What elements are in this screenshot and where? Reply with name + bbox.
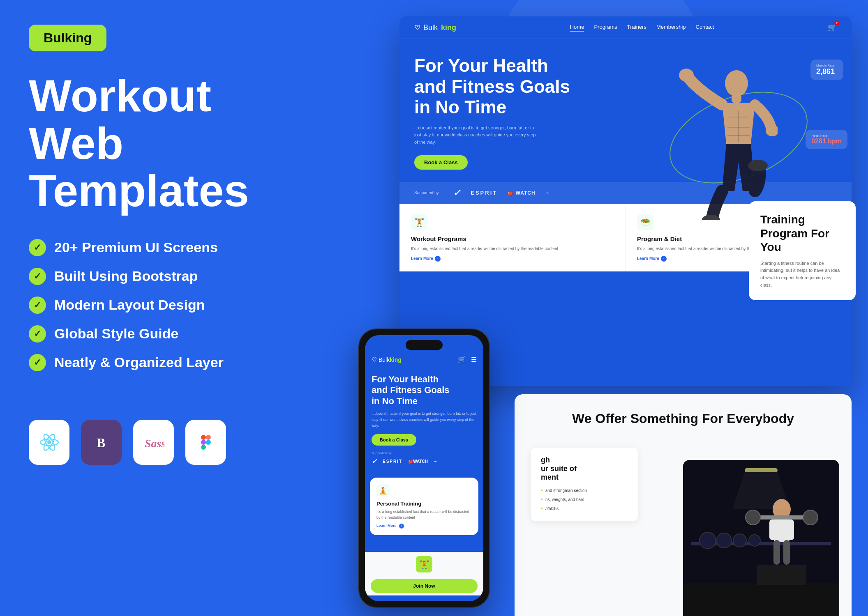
- svg-rect-34: [753, 515, 810, 519]
- phone-bottom: 🏋️ Join Now: [365, 552, 483, 601]
- phone-card-title: Personal Training: [376, 501, 472, 507]
- nav-contact[interactable]: Contact: [696, 24, 714, 32]
- phone-partial-content: 🏋️: [365, 552, 483, 577]
- site-hero: For Your Healthand Fitness Goalsin No Ti…: [399, 39, 852, 182]
- tech-icons: B Sass: [29, 420, 226, 465]
- svg-point-11: [206, 440, 211, 445]
- right-panel: ♡ Bulkking Home Programs Trainers Member…: [243, 0, 868, 616]
- nike-logo: ✓: [453, 188, 461, 198]
- svg-point-36: [803, 510, 818, 525]
- phone-learn-dot: ›: [399, 524, 404, 529]
- svg-point-25: [717, 533, 732, 548]
- phone-logo: ♡ Bulkking: [372, 356, 402, 363]
- strength-list: •and strongman section •ns, weights, and…: [541, 486, 628, 513]
- check-icon: ✓: [29, 239, 46, 256]
- list-item: ✓ Global Style Guide: [29, 325, 226, 342]
- nav-programs[interactable]: Programs: [594, 24, 617, 32]
- workout-learn-more[interactable]: Learn More ›: [411, 256, 614, 262]
- hero-title: For Your Healthand Fitness Goalsin No Ti…: [414, 55, 570, 118]
- nav-membership[interactable]: Membership: [656, 24, 686, 32]
- hero-cta-button[interactable]: Book a Class: [414, 155, 468, 170]
- gym-image: [683, 460, 839, 616]
- bootstrap-icon-box: B: [81, 420, 122, 465]
- figma-icon-box: [185, 420, 226, 465]
- strength-card: ghur suite ofment •and strongman section…: [531, 448, 638, 521]
- svg-text:B: B: [97, 435, 105, 450]
- supported-by: Supported by: ✓ ESPRIT 🍎 WATCH ～: [399, 182, 852, 204]
- site-logo: ♡ Bulkking: [414, 23, 456, 32]
- phone-join-button[interactable]: Join Now: [371, 579, 478, 593]
- phone-watch: 🍎WATCH: [408, 459, 428, 464]
- nav-trainers[interactable]: Trainers: [627, 24, 646, 32]
- muscle-rate-label: Muscle Rate: [816, 64, 838, 67]
- muscle-rate-value: 2,861: [816, 67, 838, 76]
- site-nav: ♡ Bulkking Home Programs Trainers Member…: [399, 16, 852, 39]
- brand-tag: Bulking: [29, 25, 106, 51]
- phone-menu-icon[interactable]: ☰: [471, 356, 477, 363]
- svg-point-0: [47, 440, 51, 444]
- strength-title: ghur suite ofment: [541, 456, 628, 482]
- svg-rect-30: [769, 519, 776, 540]
- check-icon: ✓: [29, 354, 46, 371]
- hero-text: For Your Healthand Fitness Goalsin No Ti…: [414, 55, 570, 170]
- list-item: ✓ 20+ Premium UI Screens: [29, 239, 226, 256]
- phone-cta-button[interactable]: Book a Class: [372, 434, 416, 446]
- phone-hero: For Your Healthand Fitness Goalsin No Ti…: [365, 368, 483, 478]
- phone-learn-more[interactable]: Learn More ›: [376, 524, 472, 529]
- extra-logo: ～: [545, 190, 550, 196]
- phone-extra: ～: [434, 459, 437, 464]
- check-icon: ✓: [29, 325, 46, 342]
- phone-notch: [406, 340, 443, 350]
- workout-icon: 🏋️: [411, 214, 427, 230]
- athlete-figure: [663, 64, 778, 220]
- phone-supported-label: Supported by:: [372, 451, 477, 455]
- svg-rect-33: [783, 540, 790, 565]
- svg-rect-37: [683, 583, 839, 616]
- svg-point-35: [746, 510, 760, 525]
- svg-rect-8: [206, 435, 211, 440]
- phone-hero-title: For Your Healthand Fitness Goalsin No Ti…: [372, 374, 477, 407]
- svg-rect-38: [757, 565, 806, 585]
- svg-text:Sass: Sass: [145, 437, 164, 450]
- feature-list: ✓ 20+ Premium UI Screens ✓ Built Using B…: [29, 239, 226, 383]
- offer-section: We Offer Something For Everybody ghur su…: [515, 394, 852, 616]
- feature-label: Global Style Guide: [54, 326, 178, 342]
- svg-rect-32: [773, 540, 780, 565]
- svg-rect-29: [773, 517, 790, 542]
- strength-item: •/250lbs: [541, 504, 628, 513]
- workout-card-desc: It's a long established fact that a read…: [411, 246, 614, 252]
- apple-watch-logo: 🍎 WATCH: [507, 190, 535, 196]
- learn-more-dot: ›: [435, 256, 441, 262]
- svg-point-20: [748, 160, 768, 171]
- training-panel-desc: Starting a fitness routine can be intimi…: [760, 260, 844, 289]
- heart-rate-label: Heart Rate: [811, 134, 842, 138]
- phone-hero-subtitle: It doesn't matter if your goal is to get…: [372, 411, 477, 428]
- svg-rect-13: [732, 94, 741, 103]
- phone-dumbbell-icon: 🏋️: [416, 556, 432, 572]
- strength-item: •ns, weights, and bars: [541, 495, 628, 504]
- list-item: ✓ Neatly & Organized Layer: [29, 354, 226, 371]
- check-icon: ✓: [29, 268, 46, 285]
- learn-more-dot-2: ›: [661, 256, 667, 262]
- svg-rect-10: [201, 445, 206, 450]
- phone-cart-icon[interactable]: 🛒: [458, 356, 466, 363]
- svg-rect-9: [201, 440, 206, 445]
- nav-home[interactable]: Home: [570, 24, 584, 32]
- phone-brand-logos: ✓ ESPRIT 🍎WATCH ～: [372, 457, 477, 465]
- svg-point-18: [679, 69, 694, 82]
- brand-name: Bulking: [44, 30, 92, 45]
- svg-point-12: [725, 70, 748, 97]
- phone-screen: ♡ Bulkking 🛒 ☰ For Your Healthand Fitnes…: [365, 335, 483, 601]
- phone-card-icon: 🧘: [376, 484, 390, 497]
- diet-icon: 🥗: [637, 214, 653, 230]
- heart-rate-card: Heart Rate 9281 bpm: [806, 130, 847, 149]
- feature-label: Modern Layout Design: [54, 297, 205, 313]
- esprit-logo: ESPRIT: [471, 190, 497, 196]
- cart-icon[interactable]: 🛒 2: [828, 23, 837, 32]
- nav-links: Home Programs Trainers Membership Contac…: [570, 24, 714, 32]
- svg-point-24: [699, 532, 716, 549]
- svg-rect-7: [201, 435, 206, 440]
- phone-esprit: ESPRIT: [383, 459, 402, 464]
- logo-bulk: Bulk: [423, 23, 438, 32]
- left-panel: Bulking WorkoutWeb Templates ✓ 20+ Premi…: [0, 0, 255, 616]
